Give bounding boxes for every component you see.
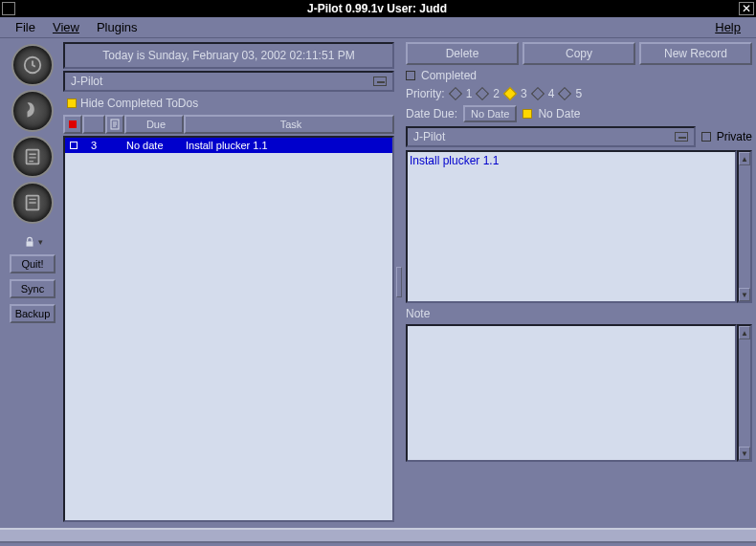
private-label: Private	[717, 130, 752, 143]
category-dropdown[interactable]: J-Pilot	[63, 71, 394, 92]
scroll-down-icon[interactable]: ▼	[739, 447, 750, 460]
menu-file[interactable]: File	[8, 18, 43, 36]
detail-panel: Delete Copy New Record Completed Priorit…	[404, 42, 752, 522]
detail-category-dropdown[interactable]: J-Pilot	[406, 126, 696, 147]
menu-view[interactable]: View	[45, 18, 87, 36]
no-date-button[interactable]: No Date	[463, 105, 517, 122]
row-priority: 3	[82, 140, 105, 151]
col-due[interactable]: Due	[124, 115, 184, 134]
menu-help[interactable]: Help	[707, 18, 748, 36]
completed-label: Completed	[421, 69, 477, 82]
chevron-down-icon	[373, 76, 387, 86]
list-panel: Today is Sunday, February 03, 2002 02:11…	[63, 42, 394, 522]
note-icon	[110, 119, 120, 130]
checkbox-icon	[406, 71, 415, 80]
date-due-row: Date Due: No Date No Date	[406, 104, 752, 123]
quit-button[interactable]: Quit!	[10, 254, 56, 273]
lock-icon[interactable]	[23, 235, 36, 249]
col-flag[interactable]	[63, 115, 82, 134]
row-checkbox-icon[interactable]	[70, 142, 78, 149]
priority-radio-1[interactable]	[449, 87, 462, 100]
priority-label: Priority:	[406, 87, 445, 100]
private-checkbox[interactable]	[701, 132, 711, 142]
pane-splitter[interactable]	[396, 42, 402, 522]
address-icon[interactable]	[11, 90, 54, 132]
priority-radio-3[interactable]	[503, 87, 517, 100]
window-titlebar: J-Pilot 0.99.1v User: Judd ✕	[0, 0, 756, 17]
priority-row: Priority: 1 2 3 4 5	[406, 86, 752, 101]
scroll-down-icon[interactable]: ▼	[739, 288, 750, 301]
copy-button[interactable]: Copy	[523, 42, 635, 65]
note-textarea[interactable]	[406, 324, 737, 462]
chevron-down-icon	[675, 132, 688, 142]
delete-button[interactable]: Delete	[406, 42, 519, 65]
status-bar	[0, 528, 756, 543]
category-value: J-Pilot	[71, 75, 102, 88]
lock-arrow-icon: ▾	[38, 237, 43, 247]
flag-icon	[69, 120, 77, 128]
scroll-up-icon[interactable]: ▲	[739, 326, 750, 339]
checkbox-checked-icon	[67, 98, 77, 108]
new-record-button[interactable]: New Record	[639, 42, 752, 65]
note-label: Note	[406, 306, 752, 321]
backup-button[interactable]: Backup	[10, 304, 56, 323]
priority-radio-5[interactable]	[558, 87, 571, 100]
hide-completed-label: Hide Completed ToDos	[80, 97, 198, 110]
todo-icon[interactable]	[11, 136, 54, 178]
checkbox-checked-icon[interactable]	[523, 109, 532, 119]
hide-completed-checkbox[interactable]: Hide Completed ToDos	[63, 94, 394, 113]
completed-checkbox[interactable]: Completed	[406, 68, 752, 83]
col-note[interactable]	[105, 115, 124, 134]
row-task: Install plucker 1.1	[182, 140, 392, 151]
close-icon[interactable]: ✕	[739, 2, 754, 15]
app-toolbar: ▾ Quit! Sync Backup	[4, 42, 61, 522]
svg-rect-3	[26, 241, 33, 246]
datebook-icon[interactable]	[11, 44, 54, 86]
window-menu-icon[interactable]	[2, 2, 15, 15]
scroll-up-icon[interactable]: ▲	[739, 152, 750, 165]
scrollbar[interactable]: ▲▼	[737, 150, 752, 303]
todo-list[interactable]: 3 No date Install plucker 1.1	[63, 136, 394, 522]
scrollbar[interactable]: ▲▼	[737, 324, 752, 462]
detail-category-value: J-Pilot	[413, 130, 445, 143]
no-date-label: No Date	[538, 107, 580, 120]
table-row[interactable]: 3 No date Install plucker 1.1	[65, 138, 392, 153]
col-task[interactable]: Task	[184, 115, 394, 134]
menubar: File View Plugins Help	[0, 17, 756, 38]
window-title: J-Pilot 0.99.1v User: Judd	[15, 2, 739, 15]
priority-radio-2[interactable]	[476, 87, 489, 100]
memo-icon[interactable]	[11, 182, 54, 224]
row-due: No date	[122, 140, 182, 151]
list-header: Due Task	[63, 115, 394, 134]
priority-radio-4[interactable]	[531, 87, 545, 100]
col-priority[interactable]	[82, 115, 105, 134]
today-label: Today is Sunday, February 03, 2002 02:11…	[63, 42, 394, 69]
date-due-label: Date Due:	[406, 107, 457, 120]
sync-button[interactable]: Sync	[10, 279, 56, 298]
menu-plugins[interactable]: Plugins	[89, 18, 145, 36]
task-textarea[interactable]	[406, 150, 737, 303]
